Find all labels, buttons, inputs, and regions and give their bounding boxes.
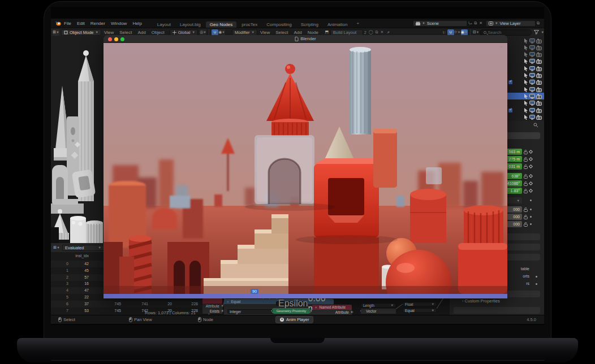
disable-render-icon[interactable] (536, 73, 542, 78)
group-fake-user-icon[interactable]: ◯ (368, 30, 374, 34)
node-named-attribute[interactable]: ▼Named Attribute Attribute (312, 305, 352, 315)
menu-file[interactable]: File (61, 21, 74, 26)
checkbox[interactable] (508, 109, 512, 112)
lock-icon[interactable] (524, 215, 528, 219)
current-frame-indicator[interactable]: 90 (251, 289, 258, 294)
select-pointer-icon[interactable] (524, 87, 528, 92)
minimize-icon[interactable] (114, 37, 118, 41)
keyframe-icon[interactable] (529, 157, 533, 161)
disable-render-icon[interactable] (536, 52, 542, 57)
hide-viewport-icon[interactable] (529, 45, 535, 50)
lock-icon[interactable] (524, 189, 528, 193)
zoom-icon[interactable] (120, 37, 124, 41)
editor-type-icon[interactable]: ⊞▼ (53, 29, 59, 36)
custom-properties-header[interactable]: › Custom Properties (462, 298, 500, 304)
outliner-display-mode-icon[interactable]: ⊟▼ (473, 29, 480, 36)
render-window-titlebar[interactable]: Blender (104, 35, 507, 43)
group-user-count[interactable]: 2 (363, 31, 368, 34)
workspace-tab-geo-nodes[interactable]: Geo Nodes (206, 21, 236, 28)
viewport-menu-view[interactable]: View (101, 30, 117, 35)
hide-viewport-icon[interactable] (529, 80, 535, 85)
close-icon[interactable] (108, 37, 112, 41)
outliner-search-input[interactable]: Search (480, 29, 532, 36)
group-unlink-icon[interactable]: ✕ (380, 30, 385, 34)
scene-unpin-icon[interactable]: ⤿ (467, 21, 473, 25)
workspace-tab-compositing[interactable]: Compositing (262, 21, 295, 28)
select-pointer-icon[interactable] (524, 115, 528, 120)
disable-render-icon[interactable] (536, 87, 542, 92)
select-pointer-icon[interactable] (524, 101, 528, 106)
proportional-edit-icon[interactable]: ◉▼ (218, 29, 225, 36)
disable-render-icon[interactable] (536, 108, 542, 113)
select-pointer-icon[interactable] (524, 73, 528, 78)
proximity-epsilon-field[interactable]: Epsilon0.00 m (276, 301, 308, 306)
select-pointer-icon[interactable] (524, 80, 528, 85)
lock-icon[interactable] (524, 157, 528, 162)
node-compare[interactable]: Float▼ Equal▼ (403, 302, 437, 313)
view-layer-copy-icon[interactable]: ⧉ (536, 21, 541, 25)
workspace-tab-proctex[interactable]: procTex (238, 21, 261, 28)
scene-copy-icon[interactable]: ⧉ (473, 21, 478, 25)
compare-type-dropdown[interactable]: Float▼ (403, 302, 437, 306)
select-pointer-icon[interactable] (524, 38, 528, 44)
viewport-menu-select[interactable]: Select (117, 30, 135, 35)
outliner-scroll-chevron[interactable]: ▼ (537, 115, 540, 119)
view-layer-selector[interactable]: ▼View Layer (486, 20, 536, 27)
collapsed-panel-bar[interactable] (454, 307, 540, 314)
render-viewport[interactable]: ▼ (104, 43, 507, 294)
select-pointer-icon[interactable] (524, 59, 528, 64)
workspace-tab-layout-big[interactable]: Layout.big (176, 21, 205, 28)
workspace-tab-scripting[interactable]: Scripting (297, 21, 322, 28)
animate-dot-icon[interactable] (530, 216, 532, 218)
menu-window[interactable]: Window (108, 21, 130, 26)
animate-dot-icon[interactable] (530, 223, 532, 225)
scene-selector[interactable]: ▼Scene (413, 20, 467, 27)
disable-render-icon[interactable] (536, 66, 542, 71)
lock-icon[interactable] (524, 174, 528, 179)
snap-toggle-icon[interactable]: ∪ (212, 29, 218, 36)
disable-render-icon[interactable] (536, 94, 542, 99)
compare-operation-dropdown[interactable]: Equal▼ (403, 308, 437, 313)
overlays-dropdown[interactable]: ◉▼ (461, 29, 468, 36)
pivot-dropdown[interactable]: ◎▼ (200, 29, 206, 36)
viewport-3d-clay[interactable] (51, 36, 104, 243)
hide-viewport-icon[interactable] (529, 115, 535, 120)
node-named-attribute-partial[interactable]: Attribute Exists (202, 298, 222, 314)
select-pointer-icon[interactable] (524, 45, 528, 50)
workspace-tab-layout[interactable]: Layout (153, 21, 175, 28)
node-menu-add[interactable]: Add (291, 30, 305, 35)
viewport-menu-object[interactable]: Object (149, 30, 167, 35)
spreadsheet-editor-icon[interactable]: ⊞▼ (53, 245, 60, 251)
column-header-inst_idx[interactable]: inst_idx (75, 254, 89, 258)
snap-mode-dropdown[interactable]: ⊹▼ (454, 29, 461, 36)
node-snap-icon[interactable]: ∪ (447, 29, 454, 36)
keyframe-icon[interactable] (529, 164, 533, 168)
pin-icon[interactable]: 📌︎ (385, 31, 391, 34)
menu-edit[interactable]: Edit (74, 21, 88, 26)
select-pointer-icon[interactable] (524, 94, 528, 99)
disable-render-icon[interactable] (536, 101, 542, 106)
node-menu-select[interactable]: Select (273, 30, 291, 35)
render-window[interactable]: Blender (104, 35, 507, 298)
blender-logo-icon[interactable] (55, 21, 61, 26)
timeline-bar[interactable] (104, 294, 507, 298)
hide-viewport-icon[interactable] (529, 108, 535, 113)
hide-viewport-icon[interactable] (529, 52, 535, 57)
toggle-dot-icon[interactable] (536, 276, 537, 278)
menu-help[interactable]: Help (130, 21, 144, 26)
viewport-collapse-chevron[interactable]: ▼ (500, 45, 503, 49)
animate-dot-icon[interactable] (530, 209, 532, 210)
hide-viewport-icon[interactable] (529, 94, 535, 99)
select-pointer-icon[interactable] (524, 108, 528, 113)
add-workspace-tab[interactable]: + (352, 20, 363, 27)
equal-datatype-dropdown[interactable]: Integer▼ (227, 309, 277, 314)
disable-render-icon[interactable] (536, 59, 542, 64)
stop-player-icon[interactable]: ✕ (280, 318, 284, 322)
dataset-dropdown[interactable]: Evaluated▼ (62, 245, 104, 251)
properties-pin-icon[interactable] (533, 123, 538, 128)
node-group-name-field[interactable]: Build Layout (330, 29, 363, 36)
select-pointer-icon[interactable] (524, 66, 528, 71)
keyframe-icon[interactable] (529, 174, 533, 178)
lock-icon[interactable] (524, 222, 528, 227)
keyframe-icon[interactable] (529, 189, 533, 193)
